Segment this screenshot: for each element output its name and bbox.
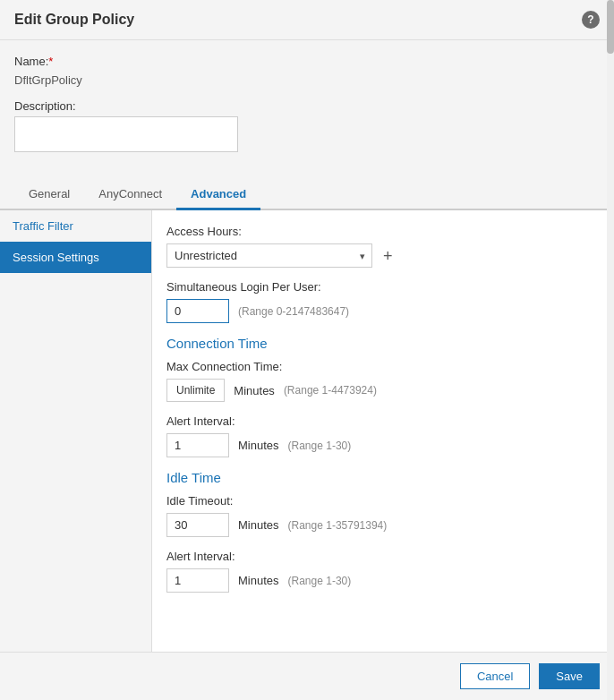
scrollbar-track	[607, 210, 614, 652]
modal-header: Edit Group Policy ?	[0, 0, 614, 40]
access-hours-dropdown-wrapper: Unrestricted	[166, 243, 372, 268]
description-label: Description:	[14, 99, 600, 113]
alert-interval-2-block: Alert Interval: Minutes (Range 1-30)	[166, 550, 600, 593]
sidebar-item-session-settings[interactable]: Session Settings	[0, 242, 151, 273]
idle-timeout-block: Idle Timeout: Minutes (Range 1-35791394)	[166, 494, 600, 537]
access-hours-row: Unrestricted +	[166, 243, 600, 268]
max-connection-unlimited-button[interactable]: Unlimite	[166, 379, 225, 402]
max-connection-label: Max Connection Time:	[166, 360, 600, 373]
alert-interval-2-row: Minutes (Range 1-30)	[166, 568, 600, 593]
cancel-button[interactable]: Cancel	[460, 663, 530, 689]
name-field-row: Name:* DfltGrpPolicy	[14, 55, 600, 89]
help-icon[interactable]: ?	[582, 11, 600, 29]
max-connection-row: Unlimite Minutes (Range 1-4473924)	[166, 379, 600, 402]
tab-general[interactable]: General	[14, 180, 84, 210]
idle-timeout-range: (Range 1-35791394)	[288, 519, 388, 532]
form-area: Name:* DfltGrpPolicy Description:	[0, 40, 614, 180]
name-value: DfltGrpPolicy	[14, 72, 600, 89]
idle-time-title: Idle Time	[166, 470, 600, 485]
alert-interval-1-range: (Range 1-30)	[288, 440, 352, 452]
main-panel: Access Hours: Unrestricted + Simultaneou…	[152, 210, 614, 652]
alert-interval-1-row: Minutes (Range 1-30)	[166, 433, 600, 457]
modal-container: Edit Group Policy ? Name:* DfltGrpPolicy…	[0, 0, 614, 700]
save-button[interactable]: Save	[539, 663, 600, 689]
max-connection-minutes: Minutes	[234, 384, 275, 397]
tabs: General AnyConnect Advanced	[0, 180, 614, 210]
alert-interval-2-label: Alert Interval:	[166, 550, 600, 563]
content-area: Traffic Filter Session Settings Access H…	[0, 210, 614, 652]
sidebar: Traffic Filter Session Settings	[0, 210, 152, 652]
simultaneous-login-row: (Range 0-2147483647)	[166, 299, 600, 323]
alert-interval-1-minutes: Minutes	[238, 439, 279, 452]
access-hours-add-button[interactable]: +	[379, 248, 397, 264]
access-hours-label: Access Hours:	[166, 225, 600, 238]
description-field-row: Description:	[14, 99, 600, 155]
alert-interval-2-minutes: Minutes	[238, 574, 279, 587]
simultaneous-login-input[interactable]	[166, 299, 229, 323]
alert-interval-2-input[interactable]	[166, 568, 229, 593]
alert-interval-1-input[interactable]	[166, 433, 229, 457]
idle-timeout-row: Minutes (Range 1-35791394)	[166, 513, 600, 537]
simultaneous-login-range: (Range 0-2147483647)	[238, 305, 349, 318]
max-connection-block: Max Connection Time: Unlimite Minutes (R…	[166, 360, 600, 402]
idle-timeout-minutes: Minutes	[238, 518, 279, 532]
modal-title: Edit Group Policy	[14, 12, 134, 28]
idle-timeout-input[interactable]	[166, 513, 229, 537]
idle-timeout-label: Idle Timeout:	[166, 494, 600, 508]
description-input[interactable]	[14, 116, 238, 152]
alert-interval-1-block: Alert Interval: Minutes (Range 1-30)	[166, 414, 600, 457]
alert-interval-1-label: Alert Interval:	[166, 414, 600, 428]
alert-interval-2-range: (Range 1-30)	[288, 575, 352, 587]
simultaneous-login-label: Simultaneous Login Per User:	[166, 280, 600, 294]
sidebar-item-traffic-filter[interactable]: Traffic Filter	[0, 210, 151, 242]
name-label: Name:*	[14, 55, 600, 68]
tab-anyconnect[interactable]: AnyConnect	[84, 180, 176, 210]
connection-time-title: Connection Time	[166, 336, 600, 351]
tab-advanced[interactable]: Advanced	[176, 180, 260, 210]
modal-footer: Cancel Save	[0, 652, 614, 700]
access-hours-dropdown[interactable]: Unrestricted	[166, 243, 372, 268]
max-connection-range: (Range 1-4473924)	[284, 384, 377, 397]
